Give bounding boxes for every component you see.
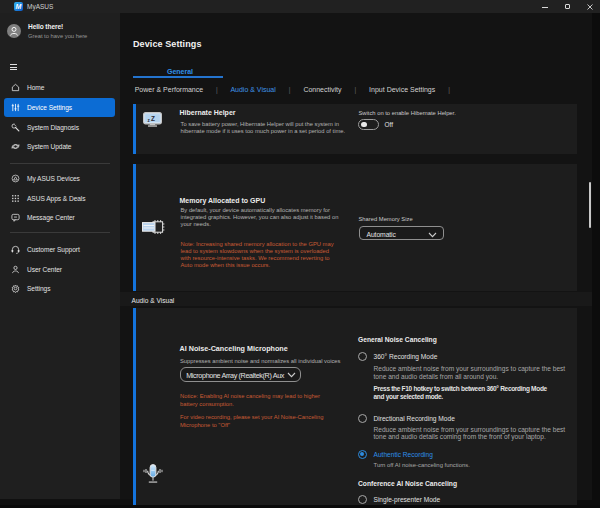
svg-text:Z: Z (151, 115, 155, 122)
